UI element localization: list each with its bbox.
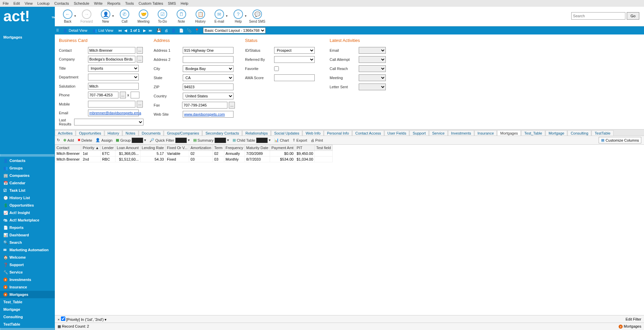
sidebar-item-investments[interactable]: 4Investments — [0, 276, 55, 283]
tab-service[interactable]: Service — [429, 130, 448, 136]
add-button[interactable]: ⊕ Add — [63, 138, 74, 142]
menu-custom-tables[interactable]: Custom Tables — [138, 1, 163, 5]
col-header[interactable]: Lender — [101, 145, 115, 151]
tab-support[interactable]: Support — [409, 130, 429, 136]
phone-field[interactable] — [88, 92, 118, 98]
print-icon[interactable]: 🖨 — [163, 28, 169, 32]
sidebar-item-mortgage[interactable]: Mortgage — [0, 306, 55, 313]
sidebar-item-opportunities[interactable]: 💲Opportunities — [0, 202, 55, 209]
sidebar-item-reports[interactable]: 📄Reports — [0, 224, 55, 231]
chart-button[interactable]: 📊 Chart — [274, 138, 289, 142]
phone-lookup-button[interactable]: … — [120, 92, 126, 98]
col-header[interactable]: Term — [213, 145, 224, 151]
menu-schedule[interactable]: Schedule — [74, 1, 89, 5]
toolbar-history[interactable]: 📋History — [191, 7, 210, 26]
fax-field[interactable] — [182, 102, 227, 109]
sidebar-item-contacts[interactable]: 👤Contacts — [0, 157, 55, 164]
sidebar-item-support[interactable]: ❓Support — [0, 261, 55, 268]
grip-icon[interactable]: ⠿ — [56, 28, 59, 33]
address1-field[interactable] — [183, 47, 234, 54]
sidebar-item-marketingautomation[interactable]: ✉Marketing Automation — [0, 246, 55, 254]
sidebar-item-companies[interactable]: 🏢Companies — [0, 172, 55, 179]
sidebar-grip-bottom[interactable] — [0, 328, 55, 330]
contact-lookup-button[interactable]: … — [137, 47, 143, 54]
child-table-button[interactable]: ▦ Child Table ▾ — [232, 138, 271, 143]
title-select[interactable]: Imports — [88, 65, 139, 72]
email-field[interactable]: mbrenner@davidsonspets.ema — [88, 110, 139, 116]
col-header[interactable]: Lending Rate — [140, 145, 165, 151]
tab-mortgages[interactable]: Mortgages — [497, 130, 521, 136]
sidebar-item-search[interactable]: 🔍Search — [0, 239, 55, 246]
person-icon[interactable]: 👤 — [170, 28, 177, 32]
tab-webinfo[interactable]: Web Info — [303, 130, 324, 136]
menu-lookup[interactable]: Lookup — [37, 1, 49, 5]
menu-reports[interactable]: Reports — [107, 1, 120, 5]
mobile-field[interactable] — [88, 101, 135, 108]
customize-columns-button[interactable]: ▦ Customize Columns — [599, 137, 641, 143]
menu-view[interactable]: View — [25, 1, 33, 5]
toolbar-new[interactable]: 👤New▼ — [96, 7, 115, 26]
tab-history[interactable]: History — [105, 130, 122, 136]
col-header[interactable]: Payment Amt — [270, 145, 295, 151]
tab-relationships[interactable]: Relationships — [242, 130, 271, 136]
tab-testtable[interactable]: Test_Table — [521, 130, 545, 136]
col-header[interactable]: Amortization — [189, 145, 213, 151]
quick-filter-button[interactable]: 🔎 Quick Filter ▾ — [150, 138, 190, 143]
address2-field[interactable] — [183, 56, 234, 63]
filter-checkbox[interactable] — [61, 316, 65, 321]
sidebar-item-welcome[interactable]: 🏠Welcome — [0, 254, 55, 261]
state-select[interactable]: CA — [183, 74, 234, 81]
menu-write[interactable]: Write — [94, 1, 103, 5]
table-row[interactable]: Mitch Brenner2ndRBC$1,512,60...54.33Fixe… — [55, 157, 333, 162]
delete-button[interactable]: ✖ Delete — [77, 138, 92, 142]
table-row[interactable]: Mitch Brenner1stETC$1,368,05...5.17Varia… — [55, 151, 333, 157]
nav-next-icon[interactable]: ▶ — [142, 28, 147, 32]
la-meeting-select[interactable] — [359, 74, 386, 81]
doc-icon[interactable]: 📄 — [178, 28, 185, 32]
menu-help[interactable]: Help — [181, 1, 188, 5]
sidebar-item-groups[interactable]: 👥Groups — [0, 164, 55, 172]
tab-mortgage[interactable]: Mortgage — [546, 130, 567, 136]
phone-ext-field[interactable] — [131, 92, 139, 98]
fax-lookup-button[interactable]: … — [229, 102, 235, 109]
nav-last-icon[interactable]: ⏭ — [148, 28, 153, 32]
tab-contactaccess[interactable]: Contact Access — [352, 130, 384, 136]
sidebar-item-calendar[interactable]: 📅Calendar — [0, 179, 55, 187]
toolbar-help[interactable]: ?Help▼ — [229, 7, 248, 26]
tab-investments[interactable]: Investments — [448, 130, 474, 136]
la-call-reach-select[interactable] — [359, 65, 386, 72]
tab-activities[interactable]: Activities — [55, 130, 75, 136]
sidebar-item-testtable[interactable]: TestTable — [0, 321, 55, 328]
attach-icon[interactable]: 📎 — [186, 28, 193, 32]
toolbar-todo[interactable]: ☑To-Do — [153, 7, 172, 26]
la-email-select[interactable] — [359, 47, 386, 54]
sidebar-item-service[interactable]: 🔧Service — [0, 268, 55, 276]
city-select[interactable]: Bodega Bay — [183, 65, 234, 72]
tab-personalinfo[interactable]: Personal Info — [324, 130, 352, 136]
favorite-checkbox[interactable] — [274, 66, 279, 71]
sidebar-item-actinsight[interactable]: 📈Act! Insight — [0, 209, 55, 216]
website-link[interactable]: www.davidsonspets.com — [184, 112, 225, 116]
menu-edit[interactable]: Edit — [14, 1, 20, 5]
tab-opportunities[interactable]: Opportunities — [76, 130, 104, 136]
toolbar-note[interactable]: 🗒Note — [172, 7, 191, 26]
col-header[interactable]: Priority ▲ — [81, 145, 101, 151]
tab-notes[interactable]: Notes — [123, 130, 138, 136]
country-select[interactable]: United States — [183, 93, 234, 99]
col-header[interactable]: Loan Amount — [115, 145, 140, 151]
menu-file[interactable]: File — [3, 1, 9, 5]
toolbar-meeting[interactable]: 🤝Meeting — [134, 7, 153, 26]
sidebar-item-insurance[interactable]: 4Insurance — [0, 283, 55, 291]
nav-prev-icon[interactable]: ◀ — [124, 28, 128, 32]
website-field[interactable]: www.davidsonspets.com — [183, 111, 234, 118]
contact-field[interactable] — [88, 47, 135, 54]
department-select[interactable] — [88, 74, 139, 80]
sidebar-item-actmarketplace[interactable]: 🛍Act! Marketplace — [0, 216, 55, 224]
tab-insurance[interactable]: Insurance — [474, 130, 497, 136]
edit-filter-button[interactable]: Edit Filter — [626, 317, 641, 321]
sidebar-item-tasklist[interactable]: ☑Task List — [0, 187, 55, 194]
sidebar-item-dashboard[interactable]: 📊Dashboard — [0, 231, 55, 239]
col-header[interactable]: Maturity Date — [245, 145, 270, 151]
tab-testtable[interactable]: TestTable — [592, 130, 613, 136]
layout-select[interactable]: Basic Contact Layout - 1366x768 — [203, 27, 266, 33]
